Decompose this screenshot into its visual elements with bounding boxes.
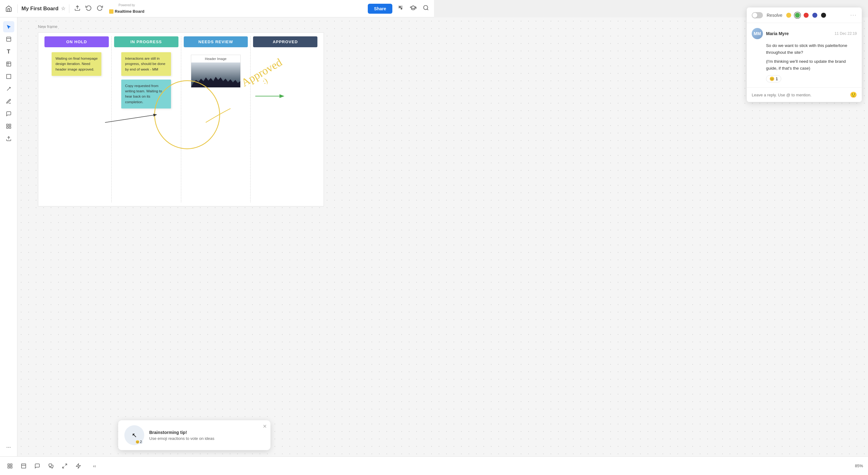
header-image-label: Header Image	[191, 55, 240, 62]
svg-line-15	[7, 87, 10, 91]
header-right-actions: Share	[368, 3, 430, 14]
comment-tool[interactable]	[3, 108, 14, 119]
board-frame: ON HOLD Waiting on final homepage design…	[38, 32, 324, 207]
upload-tool[interactable]	[3, 133, 14, 144]
svg-rect-19	[9, 124, 10, 126]
brand-logo-icon	[109, 9, 114, 14]
col-header-needs-review: NEEDS REVIEW	[184, 36, 248, 47]
svg-rect-9	[6, 37, 11, 41]
frame-label: New frame	[38, 24, 58, 29]
sticky-in-progress-1[interactable]: Interactions are still in progress, shou…	[121, 52, 171, 76]
header-image-card[interactable]: Header Image	[191, 55, 241, 88]
text-tool[interactable]: T	[3, 46, 14, 57]
export-button[interactable]	[74, 5, 81, 12]
sticky-on-hold-1[interactable]: Waiting on final homepage design iterati…	[52, 52, 101, 76]
share-button[interactable]: Share	[368, 4, 392, 14]
powered-by: Powered by Realtime Board	[109, 3, 144, 14]
svg-rect-14	[6, 74, 11, 78]
settings-icon[interactable]	[396, 3, 405, 14]
shape-tool[interactable]	[3, 71, 14, 82]
line-tool[interactable]	[3, 83, 14, 95]
grid-tool[interactable]	[3, 121, 14, 132]
star-icon[interactable]: ☆	[61, 6, 65, 11]
svg-rect-21	[9, 127, 10, 128]
home-button[interactable]	[4, 4, 14, 14]
search-icon[interactable]	[422, 3, 430, 14]
cursor-tool[interactable]	[3, 21, 14, 32]
sticky-in-progress-2[interactable]: Copy requested from writing team. Waitin…	[121, 80, 171, 108]
board-title: My First Board	[22, 6, 58, 12]
col-header-on-hold: ON HOLD	[44, 36, 109, 47]
kanban-col-approved: APPROVED	[251, 36, 320, 202]
frame-tool[interactable]	[3, 34, 14, 45]
svg-point-7	[424, 6, 428, 10]
undo-button[interactable]	[84, 3, 93, 14]
header-divider-1	[18, 4, 18, 13]
pen-tool[interactable]	[3, 96, 14, 107]
canvas-area[interactable]: New frame ON HOLD Waiting on final homep…	[18, 18, 434, 238]
header-divider-2	[69, 4, 69, 13]
forest-silhouette	[191, 75, 240, 87]
svg-rect-11	[6, 62, 11, 66]
svg-rect-18	[6, 124, 8, 126]
header-image-photo	[191, 62, 240, 87]
left-toolbar: T	[0, 18, 18, 238]
kanban-col-in-progress: IN PROGRESS Interactions are still in pr…	[112, 36, 181, 202]
kanban-col-on-hold: ON HOLD Waiting on final homepage design…	[42, 36, 112, 202]
learn-icon[interactable]	[408, 3, 418, 14]
header-bar: My First Board ☆ Powered by Realtime Boa…	[0, 0, 434, 18]
svg-line-8	[427, 9, 428, 10]
sticky-tool[interactable]	[3, 58, 14, 70]
kanban-col-needs-review: NEEDS REVIEW Header Image	[181, 36, 251, 202]
svg-rect-20	[6, 127, 8, 128]
board-title-container: My First Board ☆	[22, 6, 65, 12]
col-header-approved: APPROVED	[253, 36, 317, 47]
col-header-in-progress: IN PROGRESS	[114, 36, 179, 47]
redo-button[interactable]	[95, 3, 104, 14]
